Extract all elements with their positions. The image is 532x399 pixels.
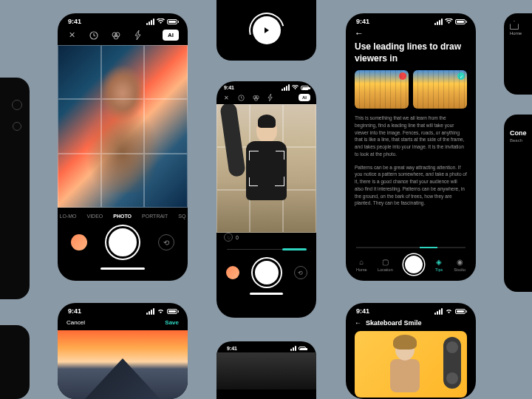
shutter-controls: ⟲: [216, 254, 316, 291]
partial-phone-left-dark: [0, 78, 30, 299]
ai-button[interactable]: AI: [163, 30, 179, 41]
reaction-row: ♡ 0: [216, 233, 316, 242]
location-subtitle: Beach: [510, 138, 532, 143]
article-title: Use leading lines to draw viewers in: [346, 41, 476, 70]
progress-track[interactable]: [227, 249, 307, 250]
status-bar: 9:41: [58, 303, 188, 316]
partial-phone-bottom-center: 9:41: [216, 341, 316, 399]
home-indicator[interactable]: [100, 267, 145, 270]
status-bar: 9:41: [216, 81, 316, 92]
arrow-right-icon: [265, 27, 269, 33]
nav-studio[interactable]: ◉Studio: [454, 257, 466, 272]
filter-icon[interactable]: [252, 94, 259, 101]
camera-viewfinder[interactable]: [58, 45, 188, 208]
partial-phone-right-mid: Cone Beach: [504, 115, 532, 292]
flash-icon[interactable]: [133, 30, 143, 41]
focus-bracket: [249, 151, 284, 186]
article-body: This is something that we all learn from…: [346, 115, 476, 207]
article-para-1: This is something that we all learn from…: [355, 115, 467, 158]
status-bar: 9:41: [216, 341, 316, 352]
location-title: Cone: [510, 129, 532, 137]
status-time: 9:41: [227, 346, 237, 351]
detail-title: Skateboard Smile: [366, 319, 422, 327]
detail-image[interactable]: [355, 331, 467, 398]
settings-icon[interactable]: [13, 122, 21, 131]
back-button[interactable]: ←: [346, 27, 476, 41]
home-icon: [510, 21, 519, 30]
camera-main-phone: 9:41 ✕ AI LO-MO VIDEO PHOTO PORTRAIT SQ …: [58, 13, 188, 281]
status-time: 9:41: [68, 18, 81, 25]
mode-photo[interactable]: PHOTO: [113, 214, 132, 219]
gallery-thumbnail[interactable]: [226, 266, 239, 279]
switch-camera-icon[interactable]: ⟲: [294, 266, 307, 279]
home-icon: ⌂: [357, 257, 366, 266]
edit-toolbar: Cancel Save: [58, 316, 188, 330]
edit-preview-image[interactable]: [58, 330, 188, 399]
mode-square[interactable]: SQ: [178, 214, 185, 219]
preview-strip: [216, 352, 316, 389]
status-time: 9:41: [68, 307, 81, 315]
nav-tips[interactable]: ◈Tips: [434, 257, 443, 272]
status-indicators: [146, 18, 177, 25]
capture-progress-phone: [216, 0, 316, 61]
article-thumbnails: ✓: [346, 70, 476, 115]
nav-location[interactable]: ▢Location: [378, 257, 393, 272]
mode-lomo[interactable]: LO-MO: [60, 214, 77, 219]
partial-phone-left-bottom: [0, 325, 30, 399]
thumbnail-1[interactable]: [355, 70, 409, 109]
nav-shutter-button[interactable]: [403, 254, 424, 275]
composition-grid: [58, 45, 188, 208]
save-button[interactable]: Save: [165, 319, 179, 326]
status-time: 9:41: [224, 85, 234, 90]
article-para-2: Patterns can be a great way attracting a…: [355, 164, 467, 208]
thumbnail-2[interactable]: ✓: [413, 70, 467, 109]
timer-icon[interactable]: [237, 94, 245, 101]
search-icon[interactable]: [12, 100, 22, 110]
camera-toolbar: ✕ AI: [216, 92, 316, 104]
bulb-icon: ◈: [434, 257, 443, 266]
camera-toolbar: ✕ AI: [58, 27, 188, 45]
bottom-nav: ⌂Home ▢Location ◈Tips ◉Studio: [346, 247, 476, 275]
cancel-button[interactable]: Cancel: [66, 319, 85, 326]
close-icon[interactable]: ✕: [66, 30, 77, 41]
filter-icon[interactable]: [111, 30, 121, 41]
capture-progress-button[interactable]: [253, 16, 281, 44]
status-time: 9:41: [356, 18, 369, 25]
gallery-thumbnail[interactable]: [71, 234, 87, 250]
shutter-button[interactable]: [106, 226, 139, 259]
heart-icon[interactable]: ♡: [224, 233, 233, 242]
nav-home-partial[interactable]: Home: [510, 21, 532, 35]
edit-phone: 9:41 Cancel Save: [58, 303, 188, 399]
timer-icon[interactable]: [89, 30, 99, 41]
shutter-controls: ⟲: [58, 223, 188, 266]
status-bar: 9:41: [58, 13, 188, 27]
back-icon[interactable]: ←: [355, 319, 361, 327]
mode-video[interactable]: VIDEO: [87, 214, 103, 219]
close-icon[interactable]: ✕: [222, 94, 230, 101]
detail-header: ← Skateboard Smile: [346, 316, 476, 331]
nav-home[interactable]: ⌂Home: [356, 257, 367, 272]
switch-camera-icon[interactable]: ⟲: [158, 234, 174, 250]
article-phone: 9:41 ← Use leading lines to draw viewers…: [346, 13, 476, 281]
studio-icon: ◉: [455, 257, 464, 266]
detail-phone: 9:41 ← Skateboard Smile: [346, 303, 476, 399]
record-badge-icon: [399, 72, 406, 80]
camera-viewfinder[interactable]: [216, 104, 316, 233]
subject-preview: [383, 338, 427, 398]
partial-phone-right-top: Home: [504, 13, 532, 95]
status-bar: 9:41: [346, 13, 476, 27]
status-time: 9:41: [356, 307, 369, 315]
like-count: 0: [236, 235, 239, 240]
flash-icon[interactable]: [267, 94, 274, 101]
camera-mode-tabs: LO-MO VIDEO PHOTO PORTRAIT SQ: [58, 208, 188, 223]
status-bar: 9:41: [346, 303, 476, 316]
check-badge-icon: ✓: [457, 72, 465, 80]
camera-center-phone: 9:41 ✕ AI ♡ 0 ⟲: [216, 81, 316, 318]
map-icon: ▢: [381, 257, 389, 266]
ai-button[interactable]: AI: [299, 94, 310, 101]
mode-portrait[interactable]: PORTRAIT: [142, 214, 168, 219]
skateboard-prop: [443, 337, 461, 389]
home-indicator[interactable]: [250, 293, 283, 295]
shutter-button[interactable]: [253, 259, 281, 287]
